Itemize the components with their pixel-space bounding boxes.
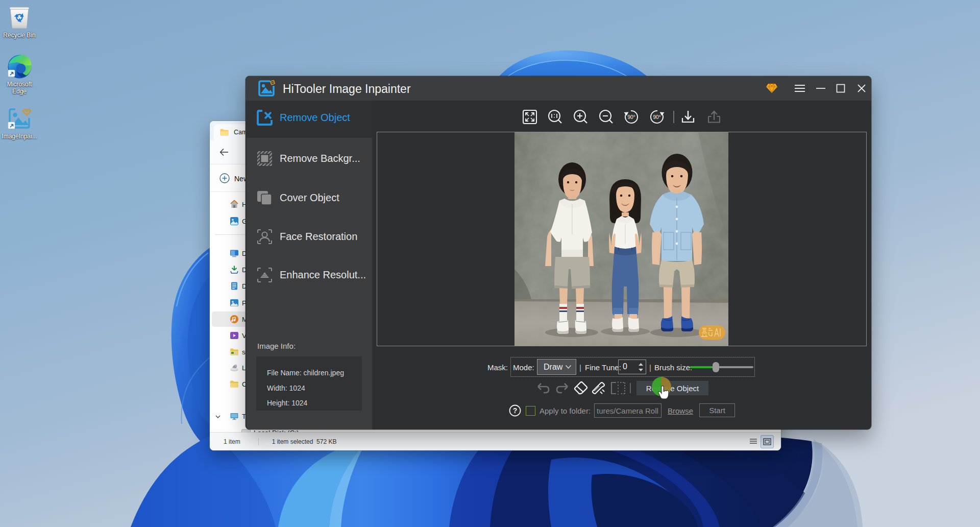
- svg-text:90°: 90°: [627, 114, 635, 120]
- svg-text:90°: 90°: [653, 114, 660, 120]
- svg-text:?: ?: [513, 406, 518, 415]
